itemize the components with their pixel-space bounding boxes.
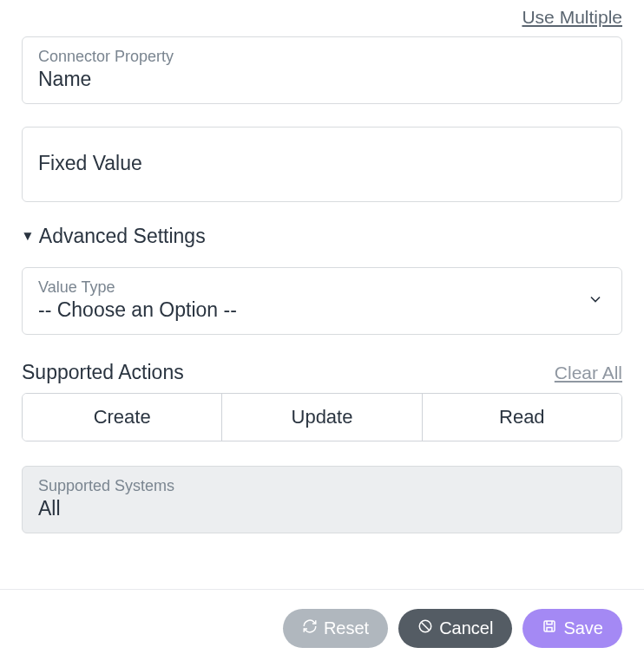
refresh-icon bbox=[302, 618, 318, 638]
advanced-settings-toggle[interactable]: ▼ Advanced Settings bbox=[22, 225, 622, 248]
value-type-label: Value Type bbox=[38, 278, 606, 297]
use-multiple-link[interactable]: Use Multiple bbox=[522, 7, 622, 27]
cancel-button[interactable]: Cancel bbox=[398, 609, 512, 648]
save-button[interactable]: Save bbox=[522, 609, 622, 648]
disclosure-triangle-icon: ▼ bbox=[21, 228, 34, 244]
cancel-label: Cancel bbox=[439, 618, 493, 638]
fixed-value-text: Fixed Value bbox=[38, 152, 606, 175]
clear-all-link[interactable]: Clear All bbox=[555, 363, 622, 383]
action-create-button[interactable]: Create bbox=[23, 394, 221, 441]
connector-property-label: Connector Property bbox=[38, 48, 606, 66]
connector-property-value: Name bbox=[38, 68, 606, 91]
save-icon bbox=[542, 618, 557, 638]
advanced-settings-title: Advanced Settings bbox=[39, 225, 206, 248]
svg-line-1 bbox=[422, 623, 430, 631]
fixed-value-field[interactable]: Fixed Value bbox=[22, 127, 622, 202]
supported-systems-value: All bbox=[38, 497, 606, 520]
supported-systems-field: Supported Systems All bbox=[22, 466, 622, 533]
chevron-down-icon bbox=[587, 291, 604, 311]
action-read-button[interactable]: Read bbox=[422, 394, 621, 441]
save-label: Save bbox=[563, 618, 603, 638]
value-type-value: -- Choose an Option -- bbox=[38, 298, 606, 322]
svg-rect-2 bbox=[544, 621, 555, 631]
supported-actions-group: Create Update Read bbox=[22, 393, 622, 441]
connector-property-field[interactable]: Connector Property Name bbox=[22, 36, 622, 104]
reset-button[interactable]: Reset bbox=[283, 609, 388, 648]
supported-actions-title: Supported Actions bbox=[22, 361, 184, 384]
reset-label: Reset bbox=[324, 618, 369, 638]
cancel-icon bbox=[417, 618, 433, 638]
action-update-button[interactable]: Update bbox=[221, 394, 421, 441]
supported-systems-label: Supported Systems bbox=[38, 477, 606, 495]
value-type-select[interactable]: Value Type -- Choose an Option -- bbox=[22, 267, 622, 335]
footer-buttons: Reset Cancel Save bbox=[0, 589, 644, 667]
